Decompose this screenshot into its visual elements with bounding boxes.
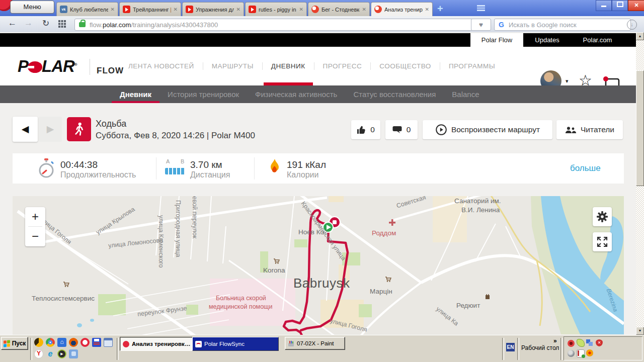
quicklaunch-ie-icon[interactable]: e: [46, 349, 55, 358]
task-button-flowsync[interactable]: Polar FlowSync: [192, 337, 279, 351]
next-session-button[interactable]: ▶: [39, 117, 62, 142]
tray-icon-network[interactable]: [586, 339, 593, 346]
nav-item-programs[interactable]: ПРОГРАММЫ: [440, 62, 504, 70]
scroll-up-button[interactable]: ▲: [636, 32, 644, 40]
duration-value: 00:44:38: [60, 159, 98, 170]
quicklaunch-firefox-icon[interactable]: [69, 338, 78, 347]
subnav-recovery[interactable]: Статус восстановления: [345, 85, 444, 103]
like-button[interactable]: 0: [351, 120, 380, 139]
quicklaunch-chrome-icon[interactable]: [46, 338, 55, 347]
stat-divider: [254, 157, 255, 179]
flowsync-task-icon: [195, 341, 202, 347]
tray-icon-notes[interactable]: [577, 349, 585, 357]
quicklaunch-home-icon[interactable]: ⌂: [57, 338, 66, 347]
tab-list-button[interactable]: [477, 4, 488, 12]
quicklaunch-window-icon[interactable]: [104, 338, 113, 347]
page-scrollbar[interactable]: ▲ ▼: [636, 32, 644, 335]
quicklaunch-aimp-icon[interactable]: [34, 338, 43, 347]
url-field[interactable]: flow.polar.com/training/analysis/4300437…: [74, 19, 477, 31]
site-tab-polar-com[interactable]: Polar.com: [571, 33, 624, 47]
task-button-paint[interactable]: 07-02X - Paint: [285, 337, 345, 350]
zoom-in-button[interactable]: +: [25, 207, 45, 226]
new-tab-button[interactable]: +: [437, 3, 443, 15]
quicklaunch-yandex-icon[interactable]: Y: [34, 349, 43, 358]
route-map[interactable]: улица Крылова улица Гоголя улица Ломонос…: [13, 196, 624, 335]
nav-item-community[interactable]: СООБЩЕСТВО: [371, 62, 440, 70]
speed-dial-icon[interactable]: [58, 20, 66, 28]
quicklaunch-opera-icon[interactable]: [80, 338, 90, 347]
quicklaunch-save-icon[interactable]: [92, 338, 101, 347]
search-field[interactable]: G: [494, 19, 631, 31]
site-tab-polar-flow[interactable]: Polar Flow: [470, 33, 523, 47]
subnav-balance[interactable]: Balance: [444, 85, 487, 103]
task-button-opera[interactable]: Анализ тренировки - ...: [120, 337, 196, 351]
browser-tab[interactable]: Трейлраннинг | Упражн ✕: [119, 2, 181, 16]
nav-item-progress[interactable]: ПРОГРЕСС: [314, 62, 371, 70]
nav-item-routes[interactable]: МАРШРУТЫ: [203, 62, 263, 70]
quicklaunch-mpc-icon[interactable]: ▶: [57, 349, 66, 358]
comment-count: 0: [407, 125, 411, 134]
tray-icon-target[interactable]: [586, 349, 593, 356]
replay-route-button[interactable]: Воспроизвести маршрут: [423, 120, 552, 139]
browser-tab-active[interactable]: Анализ тренировки - Po ✕: [371, 2, 433, 16]
browser-tab[interactable]: Упражнения для укреп ✕: [182, 2, 244, 16]
map-fullscreen-button[interactable]: [593, 232, 612, 251]
tray-icon-lime[interactable]: [577, 339, 585, 347]
tab-close-icon[interactable]: ✕: [174, 7, 178, 12]
taskbar-separator: [502, 338, 504, 360]
language-indicator[interactable]: EN: [506, 343, 515, 351]
browser-menu-button[interactable]: Меню: [10, 1, 54, 14]
avatar-caret-icon[interactable]: ▾: [566, 78, 569, 84]
taskbar-separator: [517, 338, 519, 360]
walking-sport-icon: [67, 117, 91, 141]
tray-icon-webcam[interactable]: [568, 350, 575, 357]
browser-tab[interactable]: vk Клуб любителей бега " ✕: [56, 2, 118, 16]
subnav-activity[interactable]: Физическая активность: [247, 85, 345, 103]
polar-logo[interactable]: PLAR®: [18, 57, 77, 76]
tab-close-icon[interactable]: ✕: [111, 7, 115, 12]
zoom-out-button[interactable]: −: [25, 227, 45, 246]
nav-item-diary[interactable]: ДНЕВНИК: [263, 62, 314, 70]
tray-icon-security[interactable]: ✕: [596, 339, 603, 346]
readers-button[interactable]: Читатели: [556, 120, 623, 139]
tab-close-icon[interactable]: ✕: [362, 7, 366, 12]
poi-label: Korona: [263, 266, 285, 274]
tab-close-icon[interactable]: ✕: [299, 7, 303, 12]
start-button[interactable]: Пуск: [1, 337, 28, 350]
taskbar-overflow-chevron[interactable]: »: [553, 337, 557, 344]
window-restore-button[interactable]: [612, 0, 628, 11]
site-tab-updates[interactable]: Updates: [523, 33, 571, 47]
map-settings-button[interactable]: [593, 207, 612, 226]
scroll-down-button[interactable]: ▼: [636, 327, 644, 335]
reload-button[interactable]: ↻: [42, 18, 49, 29]
browser-tab[interactable]: rutles - piggy in the middl ✕: [245, 2, 307, 16]
search-input[interactable]: [508, 21, 605, 29]
header-divider: [90, 59, 90, 75]
quicklaunch-moviemaker-icon[interactable]: [69, 349, 78, 358]
desktop-toolbar-label[interactable]: Рабочий стол: [521, 344, 559, 351]
window-minimize-button[interactable]: [596, 0, 612, 11]
back-button[interactable]: ←: [8, 18, 17, 28]
nav-item-feed[interactable]: ЛЕНТА НОВОСТЕЙ: [120, 62, 203, 70]
system-tray: ✕ 18:37 суббота: [564, 336, 642, 360]
forward-button[interactable]: →: [24, 18, 33, 28]
taskbar-separator: [117, 338, 119, 360]
browser-tab[interactable]: Бег - Стодневка по бег ✕: [308, 2, 370, 16]
subnav-diary[interactable]: Дневник: [112, 85, 159, 103]
tab-close-icon[interactable]: ✕: [425, 7, 429, 12]
flame-icon: [268, 158, 281, 177]
tab-close-icon[interactable]: ✕: [236, 7, 240, 12]
shop-cart-icon: [273, 258, 280, 264]
more-link[interactable]: больше: [570, 163, 601, 173]
prev-session-button[interactable]: ◀: [13, 117, 38, 142]
window-close-button[interactable]: ✕: [628, 0, 644, 11]
comment-button[interactable]: 0: [385, 120, 418, 139]
polar-logo-o: [28, 61, 42, 73]
subnav-history[interactable]: История тренировок: [159, 85, 247, 103]
taskbar-separator: [30, 338, 32, 360]
download-button[interactable]: ↓: [627, 20, 637, 30]
scrollbar-thumb[interactable]: [636, 70, 644, 186]
tray-icon-red[interactable]: [568, 340, 575, 347]
site-header: PLAR® FLOW ЛЕНТА НОВОСТЕЙ МАРШРУТЫ ДНЕВН…: [0, 47, 636, 85]
bookmark-heart-button[interactable]: ♥: [471, 19, 491, 31]
